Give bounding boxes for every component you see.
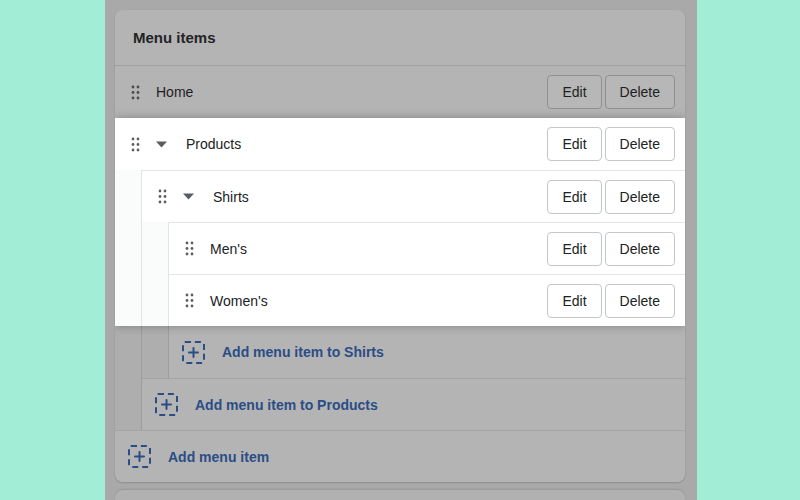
add-plus-icon — [182, 341, 205, 364]
drag-handle-icon[interactable] — [185, 241, 194, 256]
indent-guide — [142, 274, 169, 326]
menu-row-mens: Men's Edit Delete — [115, 222, 685, 274]
delete-button[interactable]: Delete — [605, 180, 675, 214]
delete-button[interactable]: Delete — [605, 284, 675, 318]
menu-item-label: Men's — [210, 241, 247, 257]
menu-item-label: Products — [186, 136, 241, 152]
add-action-label: Add menu item to Shirts — [222, 344, 384, 360]
menu-item-label: Shirts — [213, 189, 249, 205]
indent-guide — [142, 326, 169, 378]
drag-handle-icon[interactable] — [158, 189, 167, 204]
dimmed-app-backdrop: Menu items Home Edit Delete — [105, 0, 697, 500]
edit-button[interactable]: Edit — [547, 232, 601, 266]
add-plus-icon — [155, 393, 178, 416]
menu-row-womens: Women's Edit Delete — [115, 274, 685, 326]
menu-items-card: Menu items Home Edit Delete — [115, 10, 685, 482]
add-plus-icon — [128, 445, 151, 468]
indent-guide — [115, 222, 142, 274]
menu-row-home: Home Edit Delete — [115, 66, 685, 118]
page-title: Menu items — [133, 29, 216, 46]
chevron-down-icon[interactable] — [183, 193, 194, 200]
add-action-label: Add menu item — [168, 449, 269, 465]
delete-button[interactable]: Delete — [605, 232, 675, 266]
indent-guide — [142, 222, 169, 274]
drag-handle-icon[interactable] — [131, 137, 140, 152]
delete-button[interactable]: Delete — [605, 127, 675, 161]
edit-button[interactable]: Edit — [547, 75, 601, 109]
indent-guide — [115, 378, 142, 430]
drag-handle-icon[interactable] — [185, 293, 194, 308]
menu-row-products: Products Edit Delete — [115, 118, 685, 170]
card-header: Menu items — [115, 10, 685, 66]
next-card-edge — [115, 490, 685, 500]
indent-guide — [115, 170, 142, 222]
edit-button[interactable]: Edit — [547, 127, 601, 161]
delete-button[interactable]: Delete — [605, 75, 675, 109]
drag-handle-icon[interactable] — [131, 85, 140, 100]
edit-button[interactable]: Edit — [547, 284, 601, 318]
add-menu-item-to-shirts[interactable]: Add menu item to Shirts — [115, 326, 685, 378]
indent-guide — [115, 326, 142, 378]
edit-button[interactable]: Edit — [547, 180, 601, 214]
chevron-down-icon[interactable] — [156, 141, 167, 148]
highlighted-section: Products Edit Delete Shir — [115, 118, 685, 326]
add-menu-item-to-products[interactable]: Add menu item to Products — [115, 378, 685, 430]
add-menu-item[interactable]: Add menu item — [115, 430, 685, 482]
add-action-label: Add menu item to Products — [195, 397, 378, 413]
menu-row-shirts: Shirts Edit Delete — [115, 170, 685, 222]
indent-guide — [115, 274, 142, 326]
menu-item-label: Women's — [210, 293, 268, 309]
menu-item-label: Home — [156, 84, 193, 100]
